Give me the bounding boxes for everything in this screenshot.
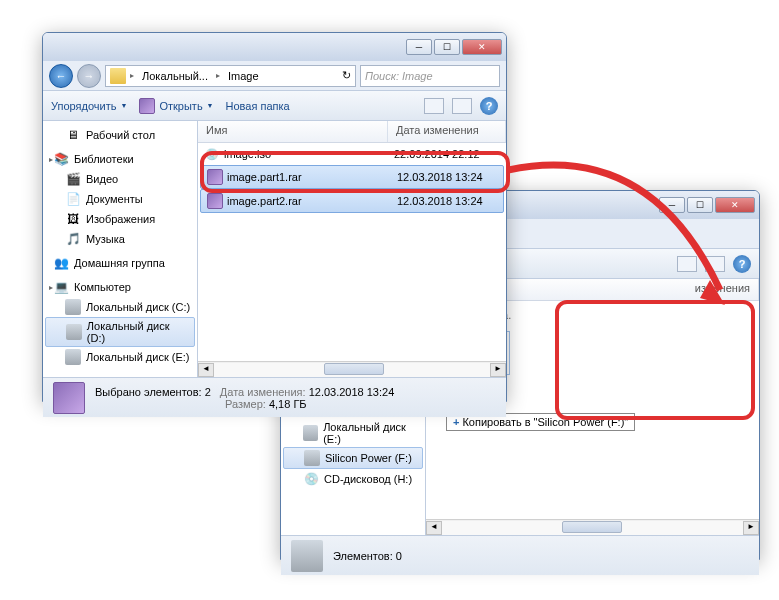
minimize-button[interactable]: ─: [406, 39, 432, 55]
file-row[interactable]: image.part2.rar 12.03.2018 13:24: [200, 189, 504, 213]
refresh-icon[interactable]: ↻: [342, 69, 351, 82]
view-button[interactable]: [424, 98, 444, 114]
preview-button[interactable]: [452, 98, 472, 114]
sidebar-images[interactable]: 🖼Изображения: [43, 209, 197, 229]
status-date-label: Дата изменения:: [220, 386, 306, 398]
drive-icon: [303, 425, 318, 441]
folder-icon: [110, 68, 126, 84]
sidebar-drive-d[interactable]: Локальный диск (D:): [45, 317, 195, 347]
images-icon: 🖼: [65, 211, 81, 227]
help-icon[interactable]: ?: [733, 255, 751, 273]
status-size-label: Размер:: [225, 398, 266, 410]
homegroup-icon: 👥: [53, 255, 69, 271]
h-scrollbar[interactable]: ◄►: [426, 519, 759, 535]
sidebar-drive-f[interactable]: Silicon Power (F:): [283, 447, 423, 469]
sidebar-cd-drive[interactable]: 💿CD-дисковод (H:): [281, 469, 425, 489]
search-input[interactable]: Поиск: Image: [360, 65, 500, 87]
drive-icon: [304, 450, 320, 466]
minimize-button[interactable]: ─: [659, 197, 685, 213]
preview-button[interactable]: [705, 256, 725, 272]
organize-button[interactable]: Упорядочить▼: [51, 100, 127, 112]
breadcrumb-item[interactable]: Image: [224, 68, 263, 84]
cd-icon: 💿: [303, 471, 319, 487]
library-icon: 📚: [53, 151, 69, 167]
sidebar-drive-e[interactable]: Локальный диск (E:): [281, 419, 425, 447]
status-bar: Элементов: 0: [281, 535, 759, 575]
sidebar-libraries[interactable]: ▸📚Библиотеки: [43, 149, 197, 169]
forward-button[interactable]: →: [77, 64, 101, 88]
view-button[interactable]: [677, 256, 697, 272]
file-name: image.part2.rar: [227, 195, 302, 207]
close-button[interactable]: ✕: [715, 197, 755, 213]
address-bar: ← → ▸ Локальный... ▸ Image ↻ Поиск: Imag…: [43, 61, 506, 91]
open-button[interactable]: Открыть▼: [139, 98, 213, 114]
file-name: image.part1.rar: [227, 171, 302, 183]
status-count: Элементов: 0: [333, 550, 402, 562]
rar-icon: [207, 193, 223, 209]
video-icon: 🎬: [65, 171, 81, 187]
explorer-window-1: ─ ☐ ✕ ← → ▸ Локальный... ▸ Image ↻ Поиск…: [42, 32, 507, 402]
expand-icon[interactable]: ▸: [49, 283, 53, 292]
status-bar: Выбрано элементов: 2 Дата изменения: 12.…: [43, 377, 506, 417]
drive-icon: [65, 349, 81, 365]
maximize-button[interactable]: ☐: [434, 39, 460, 55]
sidebar: 🖥Рабочий стол ▸📚Библиотеки 🎬Видео 📄Докум…: [43, 121, 198, 377]
sidebar-homegroup[interactable]: 👥Домашняя группа: [43, 253, 197, 273]
breadcrumb-item[interactable]: Локальный...: [138, 68, 212, 84]
drive-icon: [65, 299, 81, 315]
close-button[interactable]: ✕: [462, 39, 502, 55]
col-name[interactable]: Имя: [198, 121, 388, 142]
help-icon[interactable]: ?: [480, 97, 498, 115]
status-size: 4,18 ГБ: [269, 398, 307, 410]
titlebar[interactable]: ─ ☐ ✕: [43, 33, 506, 61]
breadcrumb[interactable]: ▸ Локальный... ▸ Image ↻: [105, 65, 356, 87]
h-scrollbar[interactable]: ◄►: [198, 361, 506, 377]
file-date: 12.03.2018 13:24: [391, 194, 489, 208]
file-name: image.iso: [224, 148, 271, 160]
status-date: 12.03.2018 13:24: [309, 386, 395, 398]
new-folder-button[interactable]: Новая папка: [226, 100, 290, 112]
desktop-icon: 🖥: [65, 127, 81, 143]
sidebar-drive-c[interactable]: Локальный диск (C:): [43, 297, 197, 317]
column-header[interactable]: Имя Дата изменения: [198, 121, 506, 143]
maximize-button[interactable]: ☐: [687, 197, 713, 213]
file-pane[interactable]: Имя Дата изменения 💿image.iso 22.09.2014…: [198, 121, 506, 377]
file-row[interactable]: 💿image.iso 22.09.2014 22:12: [198, 143, 506, 165]
plus-icon: +: [453, 416, 459, 428]
file-row[interactable]: image.part1.rar 12.03.2018 13:24: [200, 165, 504, 189]
rar-icon: [207, 169, 223, 185]
col-date[interactable]: Дата изменения: [388, 121, 506, 142]
computer-icon: 💻: [53, 279, 69, 295]
sidebar-video[interactable]: 🎬Видео: [43, 169, 197, 189]
rar-icon: [139, 98, 155, 114]
rar-big-icon: [53, 382, 85, 414]
drive-big-icon: [291, 540, 323, 572]
iso-icon: 💿: [204, 146, 220, 162]
sidebar-documents[interactable]: 📄Документы: [43, 189, 197, 209]
sidebar-computer[interactable]: ▸💻Компьютер: [43, 277, 197, 297]
docs-icon: 📄: [65, 191, 81, 207]
back-button[interactable]: ←: [49, 64, 73, 88]
music-icon: 🎵: [65, 231, 81, 247]
sidebar-desktop[interactable]: 🖥Рабочий стол: [43, 125, 197, 145]
status-selected: Выбрано элементов: 2: [95, 386, 211, 398]
expand-icon[interactable]: ▸: [49, 155, 53, 164]
file-date: 22.09.2014 22:12: [388, 147, 486, 161]
drive-icon: [66, 324, 82, 340]
sidebar-music[interactable]: 🎵Музыка: [43, 229, 197, 249]
file-date: 12.03.2018 13:24: [391, 170, 489, 184]
toolbar: Упорядочить▼ Открыть▼ Новая папка ?: [43, 91, 506, 121]
sidebar-drive-e[interactable]: Локальный диск (E:): [43, 347, 197, 367]
